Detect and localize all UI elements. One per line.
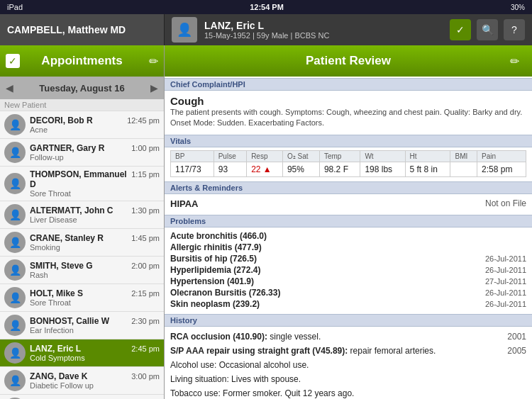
problems-section: Acute bronchitis (466.0)Allergic rhiniti… [165, 227, 532, 313]
help-button[interactable]: ? [504, 19, 525, 40]
appointment-item[interactable]: 👤 THOMPSON, Emmanuel D 1:15 pm Sore Thro… [0, 167, 164, 201]
problems-header: Problems [165, 215, 532, 227]
alerts-section: HIPAA Not on File [165, 194, 532, 213]
appointment-item[interactable]: 👤 DECORI, Bob R 12:45 pm Acne [0, 111, 164, 139]
appt-time: 1:45 pm [131, 234, 160, 242]
right-panel-header: Patient Review ✏ [165, 45, 532, 77]
vitals-table: BP Pulse Resp O₂ Sat Temp Wt Ht BMI Pain… [170, 150, 526, 177]
ht-header: Ht [405, 150, 450, 162]
appointment-item[interactable]: 👤 HOLT, Mike S 2:15 pm Sore Throat [0, 284, 164, 312]
bp-header: BP [171, 150, 214, 162]
appt-info: THOMPSON, Emmanuel D 1:15 pm Sore Throat [30, 169, 160, 198]
appt-time: 1:30 pm [131, 206, 160, 215]
appt-patient-name: BONHOST, Callie W [30, 316, 109, 326]
problem-row: Bursitis of hip (726.5)26-Jul-2011 [170, 253, 526, 264]
header-icons: ✓ 🔍 ? [450, 19, 532, 40]
right-panel-title: Patient Review [306, 54, 391, 68]
appointment-item[interactable]: 👤 DANFORD, Jeff T 3:15 pm Difficulty Bre… [0, 395, 164, 399]
appointment-item[interactable]: 👤 LANZ, Eric L 2:45 pm Cold Symptoms [0, 339, 164, 367]
appt-patient-name: GARTNER, Gary R [30, 143, 104, 153]
header: CAMPBELL, Matthew MD 👤 LANZ, Eric L 15-M… [0, 14, 532, 45]
next-day-button[interactable]: ▶ [150, 82, 158, 94]
appt-info: HOLT, Mike S 2:15 pm Sore Throat [30, 288, 160, 307]
appt-avatar: 👤 [4, 142, 26, 163]
problem-row: Olecranon Bursitis (726.33)26-Jul-2011 [170, 287, 526, 298]
o2-value: 95% [282, 162, 319, 176]
search-button[interactable]: 🔍 [477, 19, 498, 40]
appt-avatar: 👤 [4, 315, 26, 336]
appt-type: Liver Disease [30, 215, 160, 224]
pulse-header: Pulse [214, 150, 246, 162]
appt-time: 1:00 pm [131, 144, 160, 152]
appt-info: GARTNER, Gary R 1:00 pm Follow-up [30, 143, 160, 162]
patient-info: LANZ, Eric L 15-May-1952 | 59y Male | BC… [204, 20, 329, 40]
appointments-list[interactable]: New Patient 👤 DECORI, Bob R 12:45 pm Acn… [0, 99, 164, 399]
patient-name: LANZ, Eric L [204, 20, 329, 31]
appt-patient-name: THOMPSON, Emmanuel D [30, 169, 131, 189]
sidebar: ✓ Appointments ✏ ◀ Tuesday, August 16 ▶ … [0, 45, 165, 399]
complaint-detail: The patient presents with cough. Symptom… [170, 107, 526, 129]
problem-row: Skin neoplasm (239.2)26-Jul-2011 [170, 298, 526, 310]
hipaa-status: Not on File [485, 198, 526, 208]
appt-type: Sore Throat [30, 298, 160, 307]
o2-header: O₂ Sat [282, 150, 319, 162]
appt-avatar: 👤 [4, 204, 26, 225]
appt-patient-name: CRANE, Stanley R [30, 233, 104, 243]
temp-header: Temp [319, 150, 360, 162]
appointment-item[interactable]: 👤 GARTNER, Gary R 1:00 pm Follow-up [0, 139, 164, 167]
time-label: 12:54 PM [250, 3, 284, 11]
pain-time: 2:58 pm [477, 162, 526, 176]
battery-label: 30% [511, 4, 525, 11]
pulse-value: 93 [214, 162, 246, 176]
appt-info: ALTERMATT, John C 1:30 pm Liver Disease [30, 206, 160, 224]
temp-value: 98.2 F [319, 162, 360, 176]
patient-avatar: 👤 [172, 17, 197, 43]
appt-time: 2:00 pm [131, 262, 160, 270]
appointment-item[interactable]: 👤 CRANE, Stanley R 1:45 pm Smoking [0, 229, 164, 257]
appt-time: 3:00 pm [131, 372, 160, 381]
bp-value: 117/73 [171, 162, 214, 176]
appointment-item[interactable]: 👤 ZANG, Dave K 3:00 pm Diabetic Follow u… [0, 367, 164, 395]
chief-complaint-header: Chief Complaint/HPI [165, 78, 532, 91]
carrier-label: iPad [7, 3, 23, 11]
appt-type: Acne [30, 125, 160, 134]
status-bar: iPad 12:54 PM 30% [0, 0, 532, 14]
appt-time: 2:15 pm [131, 289, 160, 298]
appt-type: Cold Symptoms [30, 354, 160, 362]
appt-avatar: 👤 [4, 173, 26, 194]
alerts-header: Alerts & Reminders [165, 181, 532, 194]
vitals-section: BP Pulse Resp O₂ Sat Temp Wt Ht BMI Pain… [165, 147, 532, 180]
appt-info: ZANG, Dave K 3:00 pm Diabetic Follow up [30, 371, 160, 390]
appt-time: 12:45 pm [127, 116, 160, 125]
problem-row: Acute bronchitis (466.0) [170, 230, 526, 242]
current-date: Tuesday, August 16 [39, 83, 124, 94]
prev-day-button[interactable]: ◀ [6, 82, 13, 94]
complaint-title: Cough [170, 95, 526, 107]
appointment-item[interactable]: 👤 SMITH, Steve G 2:00 pm Rash [0, 257, 164, 284]
resp-header: Resp [247, 150, 283, 162]
appt-type: Rash [30, 271, 160, 279]
header-center: 👤 LANZ, Eric L 15-May-1952 | 59y Male | … [165, 14, 450, 45]
new-patient-label: New Patient [0, 99, 164, 111]
bmi-header: BMI [450, 150, 477, 162]
right-edit-icon[interactable]: ✏ [510, 55, 519, 68]
appt-avatar: 👤 [4, 370, 26, 391]
hipaa-label: HIPAA [170, 198, 198, 209]
appt-info: CRANE, Stanley R 1:45 pm Smoking [30, 233, 160, 252]
bmi-value [450, 162, 477, 176]
appointment-item[interactable]: 👤 BONHOST, Callie W 2:30 pm Ear Infectio… [0, 312, 164, 339]
sidebar-edit-icon[interactable]: ✏ [149, 55, 158, 68]
resp-value: 22 ▲ [247, 162, 283, 176]
appt-avatar: 👤 [4, 287, 26, 308]
patient-content: Chief Complaint/HPI Cough The patient pr… [165, 77, 532, 399]
sidebar-check-icon[interactable]: ✓ [6, 54, 20, 68]
appt-type: Ear Infection [30, 326, 160, 335]
checkmark-button[interactable]: ✓ [450, 19, 471, 40]
appt-avatar: 👤 [4, 232, 26, 253]
history-row: Tobacco use: Former smoker. Quit 12 year… [170, 386, 526, 399]
appointment-item[interactable]: 👤 ALTERMATT, John C 1:30 pm Liver Diseas… [0, 201, 164, 229]
appt-type: Smoking [30, 243, 160, 252]
history-row: RCA occlusion (410.90): single vessel. 2… [170, 330, 526, 344]
appt-time: 2:45 pm [131, 344, 160, 353]
left-patient-name: CAMPBELL, Matthew MD [7, 24, 126, 35]
